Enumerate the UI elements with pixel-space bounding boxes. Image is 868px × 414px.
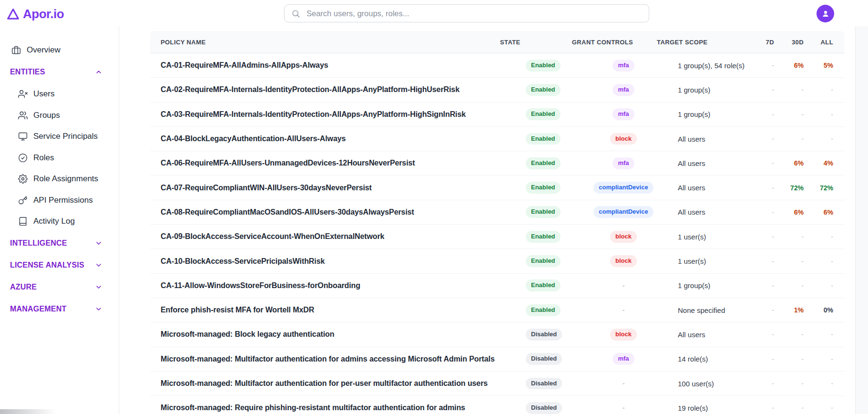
target-scope: 14 role(s) xyxy=(657,355,752,363)
sidebar-nav: OverviewENTITIESUsersGroupsService Princ… xyxy=(0,40,119,320)
sidebar-section-azure[interactable]: AZURE xyxy=(0,277,119,298)
state-cell: Disabled xyxy=(521,329,590,341)
table-row[interactable]: CA-08-RequireCompliantMacOSandIOS-AllUse… xyxy=(150,200,845,225)
grant-cell: mfa xyxy=(590,60,657,72)
sidebar-section-intelligence[interactable]: INTELLIGENCE xyxy=(0,233,119,254)
grant-cell: - xyxy=(590,281,657,290)
grant-control-badge: block xyxy=(610,329,637,341)
sidebar-section-management[interactable]: MANAGEMENT xyxy=(0,299,119,320)
table-row[interactable]: CA-09-BlockAccess-ServiceAccount-WhenOnE… xyxy=(150,225,845,249)
search-input[interactable] xyxy=(306,9,642,19)
target-scope: 1 user(s) xyxy=(657,233,752,241)
metric-30d: - xyxy=(774,135,804,143)
column-header-state[interactable]: STATE xyxy=(495,39,569,46)
sidebar-item-label: Overview xyxy=(27,45,61,55)
metric-all: - xyxy=(804,355,833,363)
table-row[interactable]: CA-11-Allow-WindowsStoreForBusiness-forO… xyxy=(150,274,845,298)
metric-30d: - xyxy=(774,331,804,338)
table-row[interactable]: CA-04-BlockLegacyAuthentication-AllUsers… xyxy=(150,127,845,151)
sidebar-item-overview[interactable]: Overview xyxy=(0,40,119,61)
target-scope: 1 group(s) xyxy=(657,86,752,94)
column-header-30d[interactable]: 30D xyxy=(774,39,804,46)
sidebar-item-roles[interactable]: Roles xyxy=(0,147,119,169)
key-icon xyxy=(18,196,28,205)
user-x-icon xyxy=(18,89,28,99)
main-content: POLICY NAME STATE GRANT CONTROLS TARGET … xyxy=(119,26,868,414)
sidebar-item-activity-log[interactable]: Activity Log xyxy=(0,211,119,232)
gear-icon xyxy=(18,174,28,184)
sidebar-item-users[interactable]: Users xyxy=(0,83,119,105)
sidebar-item-label: Groups xyxy=(33,111,60,120)
sidebar-item-label: API Permissions xyxy=(33,196,93,205)
grant-control-badge: compliantDevice xyxy=(593,182,653,194)
metric-all: 72% xyxy=(804,184,833,192)
metric-7d: - xyxy=(752,282,774,290)
app-logo[interactable]: Apor.io xyxy=(7,7,64,21)
column-header-policy-name[interactable]: POLICY NAME xyxy=(150,39,495,46)
state-cell: Enabled xyxy=(521,206,590,218)
target-scope: 1 user(s) xyxy=(657,257,752,265)
sidebar-item-api-permissions[interactable]: API Permissions xyxy=(0,190,119,211)
section-label: AZURE xyxy=(10,283,37,291)
target-scope: 1 group(s) xyxy=(657,281,752,290)
column-header-grant-controls[interactable]: GRANT CONTROLS xyxy=(569,39,636,46)
metric-30d: - xyxy=(774,233,804,240)
metric-7d: - xyxy=(752,62,774,69)
sidebar-section-license-analysis[interactable]: LICENSE ANALYSIS xyxy=(0,255,119,276)
metric-7d: - xyxy=(752,331,774,338)
metric-7d: - xyxy=(752,306,774,314)
table-row[interactable]: CA-07-RequireCompliantWIN-AllUsers-30day… xyxy=(150,176,845,200)
sidebar-section-entities[interactable]: ENTITIES xyxy=(0,62,119,83)
table-row[interactable]: Microsoft-managed: Require phishing-resi… xyxy=(150,396,845,414)
metric-30d: 6% xyxy=(774,62,804,69)
state-badge: Enabled xyxy=(526,279,561,291)
grant-control-empty: - xyxy=(623,306,625,314)
column-header-all[interactable]: ALL xyxy=(804,39,833,46)
table-row[interactable]: CA-06-RequireMFA-AllUsers-UnmanagedDevic… xyxy=(150,151,845,176)
scrollbar[interactable] xyxy=(855,26,868,414)
state-cell: Disabled xyxy=(521,353,590,365)
grant-cell: - xyxy=(590,404,657,412)
grant-control-badge: mfa xyxy=(613,108,634,120)
table-row[interactable]: Microsoft-managed: Multifactor authentic… xyxy=(150,347,845,372)
metric-7d: - xyxy=(752,233,774,240)
metric-7d: - xyxy=(752,404,774,412)
state-badge: Disabled xyxy=(526,378,562,390)
table-header: POLICY NAME STATE GRANT CONTROLS TARGET … xyxy=(150,31,845,53)
chevron-down-icon xyxy=(95,283,102,291)
table-row[interactable]: CA-02-RequireMFA-Internals-IdentityProte… xyxy=(150,78,845,102)
policy-name: CA-02-RequireMFA-Internals-IdentityProte… xyxy=(150,85,521,94)
sidebar-item-service-principals[interactable]: Service Principals xyxy=(0,126,119,147)
table-row[interactable]: CA-03-RequireMFA-Internals-IdentityProte… xyxy=(150,103,845,127)
metric-7d: - xyxy=(752,258,774,265)
column-header-target-scope[interactable]: TARGET SCOPE xyxy=(636,39,752,46)
column-header-7d[interactable]: 7D xyxy=(752,39,774,46)
metric-all: - xyxy=(804,380,833,387)
sidebar-item-role-assignments[interactable]: Role Assignments xyxy=(0,168,119,190)
metric-all: - xyxy=(804,331,833,338)
check-circle-icon xyxy=(18,153,28,163)
table-row[interactable]: CA-10-BlockAccess-ServicePricipalsWithRi… xyxy=(150,249,845,273)
policy-table: POLICY NAME STATE GRANT CONTROLS TARGET … xyxy=(150,31,845,414)
policy-name: CA-10-BlockAccess-ServicePricipalsWithRi… xyxy=(150,257,521,266)
target-scope: 1 group(s) xyxy=(657,110,752,118)
table-row[interactable]: Enforce phish-resist MFA for Wortell MxD… xyxy=(150,298,845,322)
state-cell: Disabled xyxy=(521,402,590,414)
table-row[interactable]: Microsoft-managed: Multifactor authentic… xyxy=(150,372,845,396)
grant-cell: mfa xyxy=(590,108,657,120)
book-icon xyxy=(18,217,28,226)
metric-30d: 6% xyxy=(774,159,804,167)
sidebar-item-label: Activity Log xyxy=(33,217,75,226)
user-avatar[interactable] xyxy=(817,5,834,22)
bottom-left-artifact xyxy=(0,409,56,414)
table-row[interactable]: Microsoft-managed: Block legacy authenti… xyxy=(150,322,845,347)
grant-cell: block xyxy=(590,231,657,243)
sidebar-item-groups[interactable]: Groups xyxy=(0,105,119,126)
table-row[interactable]: CA-01-RequireMFA-AllAdmins-AllApps-Alway… xyxy=(150,53,845,78)
metric-all: - xyxy=(804,111,833,118)
metric-all: - xyxy=(804,282,833,290)
state-cell: Enabled xyxy=(521,133,590,145)
state-cell: Enabled xyxy=(521,157,590,169)
policy-name: CA-04-BlockLegacyAuthentication-AllUsers… xyxy=(150,135,521,143)
target-scope: All users xyxy=(657,208,752,216)
